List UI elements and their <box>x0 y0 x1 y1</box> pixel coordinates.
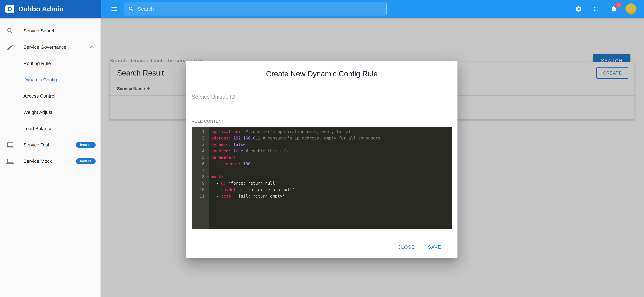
close-button[interactable]: CLOSE <box>393 241 420 253</box>
search-icon <box>6 27 14 35</box>
hamburger-icon <box>110 5 118 13</box>
sidebar-item-access-control[interactable]: Access Control <box>0 88 100 104</box>
rule-content-editor[interactable]: 12345▾678▾91011 application: # consumer'… <box>192 127 452 229</box>
dubbo-logo-icon: D <box>6 5 14 14</box>
sidebar-item-load-balance[interactable]: Load Balance <box>0 121 100 137</box>
fullscreen-button[interactable] <box>590 3 602 15</box>
sidebar: Service Search Service Governance Routin… <box>0 18 101 297</box>
dialog-title: Create New Dynamic Config Rule <box>192 70 452 78</box>
sidebar-item-service-test[interactable]: Service Test feature <box>0 137 100 153</box>
chevron-up-icon <box>88 44 96 51</box>
create-dynamic-config-dialog: Create New Dynamic Config Rule RULE CONT… <box>186 61 458 258</box>
search-icon <box>128 6 134 12</box>
sidebar-item-label: Weight Adjust <box>24 110 52 115</box>
settings-button[interactable] <box>572 3 585 15</box>
sidebar-item-routing-rule[interactable]: Routing Rule <box>0 55 100 72</box>
rule-content-label: RULE CONTENT <box>192 119 452 124</box>
sidebar-item-label: Service Mock <box>24 159 52 164</box>
appbar-search-input[interactable] <box>138 6 382 12</box>
sidebar-item-service-governance[interactable]: Service Governance <box>0 39 100 55</box>
monitor-icon <box>6 141 14 149</box>
sidebar-item-label: Service Search <box>24 28 56 34</box>
sidebar-item-label: Service Governance <box>24 45 66 50</box>
dialog-actions: CLOSE SAVE <box>192 238 452 258</box>
sidebar-item-weight-adjust[interactable]: Weight Adjust <box>0 104 100 121</box>
dubbo-admin-app: D Dubbo Admin <box>0 0 644 297</box>
save-button[interactable]: SAVE <box>423 241 446 253</box>
service-unique-id-input[interactable] <box>192 91 452 103</box>
sidebar-item-dynamic-config[interactable]: Dynamic Config <box>0 72 100 88</box>
sidebar-item-label: Service Test <box>24 142 49 148</box>
sidebar-item-label: Load Balance <box>24 126 52 131</box>
sidebar-item-service-mock[interactable]: Service Mock feature <box>0 153 100 169</box>
editor-gutter: 12345▾678▾91011 <box>192 127 209 229</box>
feature-badge: feature <box>76 142 96 148</box>
service-unique-id-field <box>192 91 452 103</box>
menu-button[interactable] <box>108 3 120 15</box>
sidebar-item-service-search[interactable]: Service Search <box>0 23 100 39</box>
app-bar: D Dubbo Admin <box>0 0 644 18</box>
notification-badge: 3 <box>616 2 622 8</box>
sidebar-item-label: Dynamic Config <box>24 77 57 83</box>
monitor-icon <box>6 157 14 165</box>
notifications-button[interactable]: 3 <box>608 3 620 15</box>
editor-code[interactable]: application: # consumer's application na… <box>209 127 452 229</box>
avatar[interactable] <box>625 4 636 15</box>
app-title: Dubbo Admin <box>18 5 64 13</box>
gear-icon <box>575 5 582 13</box>
feature-badge: feature <box>76 158 96 164</box>
appbar-search-box[interactable] <box>124 3 386 16</box>
fullscreen-icon <box>592 5 600 13</box>
pencil-icon <box>6 43 14 51</box>
sidebar-item-label: Routing Rule <box>24 61 51 66</box>
logo-area: D Dubbo Admin <box>0 0 101 18</box>
sidebar-item-label: Access Control <box>24 93 55 99</box>
